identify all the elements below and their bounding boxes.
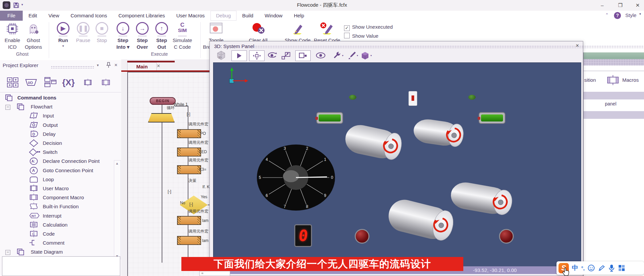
- user-macro-icon[interactable]: [80, 75, 96, 90]
- close-button[interactable]: ✕: [632, 1, 643, 9]
- tree-expander-icon[interactable]: −: [5, 105, 10, 110]
- step-out-button[interactable]: ↑ Step Out: [154, 22, 170, 52]
- wrench-icon[interactable]: ▾: [332, 50, 344, 60]
- scroll-up-icon[interactable]: ▲: [114, 161, 120, 166]
- panel-grip[interactable]: [51, 66, 94, 68]
- grid-plus-icon[interactable]: [5, 75, 21, 90]
- menu-build[interactable]: Build: [236, 11, 259, 21]
- tree-item-code[interactable]: CCode: [0, 230, 120, 239]
- menu-edit[interactable]: Edit: [23, 11, 43, 21]
- cube-icon[interactable]: ▾: [360, 50, 372, 60]
- restore-button[interactable]: ❐: [615, 1, 626, 9]
- io-icon[interactable]: I/O: [23, 75, 39, 90]
- menu-user-macros[interactable]: User Macros: [171, 11, 210, 21]
- tree-item-calculation[interactable]: Calculation: [0, 221, 120, 230]
- microphone-icon[interactable]: [608, 264, 615, 272]
- simulate-c-code-button[interactable]: C SIM Simulate C Code: [172, 22, 193, 52]
- green-led-component[interactable]: [468, 95, 476, 100]
- tree-expander-icon[interactable]: −: [5, 250, 10, 255]
- region-icon[interactable]: [295, 50, 311, 61]
- braces-x-icon[interactable]: {X}: [61, 75, 77, 90]
- help-icon[interactable]: ?: [614, 12, 621, 19]
- component-macro-node[interactable]: [177, 216, 201, 225]
- tree-item-built-in-function[interactable]: Built-in Function: [0, 202, 120, 211]
- eye-icon[interactable]: [315, 50, 327, 60]
- style-menu[interactable]: Style: [625, 12, 636, 18]
- orbit-icon[interactable]: [266, 50, 278, 60]
- dc-motor-component[interactable]: [343, 122, 404, 162]
- switch-component[interactable]: [409, 91, 417, 106]
- move-icon[interactable]: [249, 50, 265, 61]
- component-macro-node[interactable]: [177, 236, 201, 245]
- tree-item-command-icons[interactable]: Command Icons: [0, 93, 120, 102]
- tree-item-goto-connection-point[interactable]: AGoto Connection Point: [0, 166, 120, 175]
- windows-icon[interactable]: [43, 75, 58, 90]
- emoji-icon[interactable]: [588, 264, 595, 272]
- flowchart-loop-node[interactable]: [148, 113, 175, 122]
- menu-component-libraries[interactable]: Component Libraries: [113, 11, 171, 21]
- rotary-switch-component[interactable]: 0123456789: [256, 144, 336, 211]
- component-macro-node[interactable]: [177, 165, 201, 174]
- component-macro-icon[interactable]: [98, 75, 114, 90]
- panel-close-icon[interactable]: ✕: [114, 63, 118, 67]
- pin-icon[interactable]: [106, 62, 112, 68]
- handwriting-icon[interactable]: [598, 264, 605, 272]
- seven-segment-display[interactable]: 0: [294, 224, 312, 247]
- 3d-panel-grip[interactable]: [253, 45, 644, 48]
- tree-item-user-macro[interactable]: User Macro: [0, 184, 120, 193]
- tree-item-output[interactable]: Output: [0, 121, 120, 130]
- checkbox-icon[interactable]: [344, 33, 350, 38]
- show-value-checkbox[interactable]: Show Value: [344, 33, 378, 39]
- dock-header-grip[interactable]: [584, 59, 644, 65]
- tree-scrollbar[interactable]: ▲ ▼: [114, 160, 121, 259]
- dc-motor-component[interactable]: [449, 180, 514, 217]
- tree-item-comment[interactable]: Comment: [0, 239, 120, 248]
- show-unexecuted-checkbox[interactable]: ✓Show Unexecuted: [344, 24, 393, 31]
- tab-main[interactable]: Main: [127, 62, 157, 71]
- 3d-panel-close-icon[interactable]: ✕: [576, 43, 579, 48]
- dc-motor-component[interactable]: [385, 197, 456, 244]
- play-icon[interactable]: [231, 50, 247, 61]
- cube3d-logo-icon[interactable]: 3D: [215, 50, 227, 60]
- tree-item-declare-connection-point[interactable]: A:Declare Connection Point: [0, 157, 120, 166]
- collapse-ribbon-icon[interactable]: ⌃: [605, 13, 609, 17]
- brush-icon[interactable]: ▾: [347, 50, 359, 60]
- pause-button[interactable]: ❚❚ Pause: [74, 22, 92, 52]
- menu-view[interactable]: View: [43, 11, 65, 21]
- panel-menu-caret-icon[interactable]: ▾: [97, 63, 99, 67]
- component-macro-node[interactable]: [177, 148, 201, 157]
- tree-item-interrupt[interactable]: INTInterrupt: [0, 212, 120, 221]
- tree-item-loop[interactable]: Loop: [0, 175, 120, 184]
- collapse-marker[interactable]: [-]: [189, 202, 193, 207]
- menu-debug[interactable]: Debug: [210, 11, 236, 21]
- collapse-marker[interactable]: [-]: [187, 112, 190, 116]
- menu-help[interactable]: Help: [288, 11, 310, 21]
- tree-item-state-diagram[interactable]: −State Diagram: [0, 248, 120, 257]
- step-into-button[interactable]: ↓ Step Into ▾: [114, 22, 132, 52]
- battery-meter-component[interactable]: [479, 112, 505, 124]
- red-led-component[interactable]: [499, 229, 514, 244]
- chinese-mode-icon[interactable]: 中: [572, 264, 578, 272]
- component-macro-node[interactable]: [177, 129, 201, 138]
- green-led-component[interactable]: [349, 95, 356, 100]
- keyboard-grid-icon[interactable]: [618, 264, 625, 272]
- stop-button[interactable]: ■ Stop: [94, 22, 110, 52]
- dc-motor-component[interactable]: [412, 117, 465, 148]
- tree-item-switch[interactable]: Switch: [0, 148, 120, 157]
- collapse-marker[interactable]: [-]: [168, 189, 171, 194]
- run-button[interactable]: ▶ Run ▾: [55, 22, 71, 52]
- battery-meter-component[interactable]: [316, 112, 343, 124]
- minimize-button[interactable]: –: [597, 1, 608, 9]
- tree-item-decision[interactable]: Decision: [0, 139, 120, 148]
- table-row[interactable]: [584, 111, 644, 119]
- resize-icon[interactable]: [280, 50, 292, 60]
- checkbox-icon[interactable]: ✓: [344, 25, 350, 31]
- table-row[interactable]: [584, 92, 644, 99]
- tab-close-icon[interactable]: ✕: [157, 63, 160, 68]
- 3d-viewport[interactable]: 0123456789 0: [213, 62, 581, 267]
- red-led-component[interactable]: [355, 229, 369, 244]
- flowchart-begin-node[interactable]: BEGIN: [150, 97, 176, 105]
- tree-item-flowchart[interactable]: −Flowchart: [0, 102, 120, 111]
- ghost-options-button[interactable]: Ghost Options: [23, 22, 43, 52]
- step-over-button[interactable]: → Step Over: [134, 22, 151, 52]
